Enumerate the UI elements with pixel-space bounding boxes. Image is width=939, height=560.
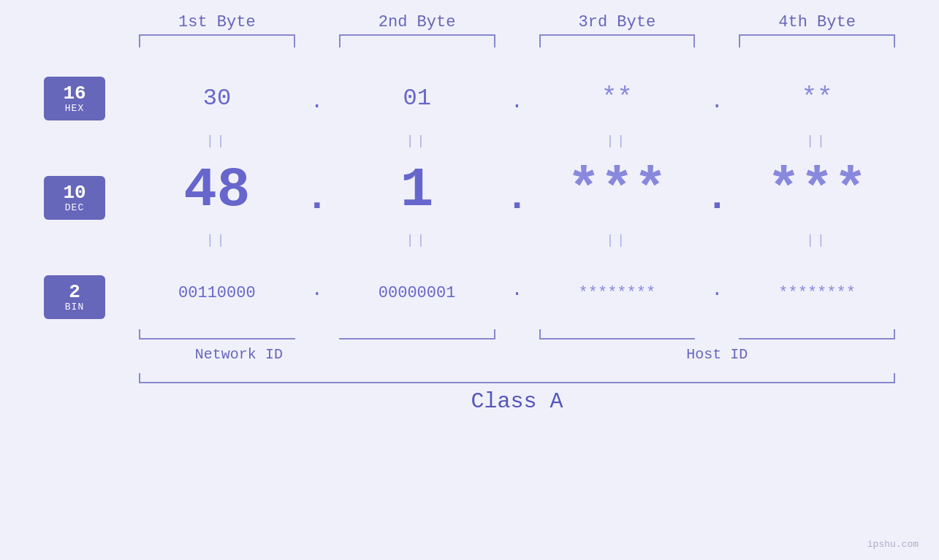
equals-row-1: || || || || (139, 128, 895, 154)
byte1-header: 1st Byte (139, 13, 295, 31)
content-area: 16 HEX 10 DEC 2 BIN (44, 55, 895, 370)
host-bracket-right (739, 329, 895, 340)
byte2-header: 2nd Byte (339, 13, 495, 31)
network-bracket-right (339, 329, 495, 340)
dec-b1: 48 (139, 156, 295, 226)
bracket-byte3 (539, 34, 696, 47)
equals-row-2: || || || || (139, 227, 895, 253)
bin-badge-label: BIN (65, 302, 84, 312)
hex-row: 30 . 01 . ** . ** (139, 55, 895, 128)
dec-b2: 1 (339, 156, 495, 226)
byte-headers-row: 1st Byte 2nd Byte 3rd Byte 4th Byte (44, 13, 895, 31)
top-bracket-row (44, 34, 895, 47)
hex-dot2: . (495, 70, 539, 113)
bracket-byte2 (339, 34, 495, 47)
data-grid-wrapper: 30 . 01 . ** . ** || || || || 48 (139, 55, 895, 370)
hex-b3: ** (539, 63, 696, 120)
eq2-b2: || (339, 233, 495, 248)
byte4-header: 4th Byte (739, 13, 895, 31)
dec-b3: *** (539, 156, 696, 226)
eq1-b2: || (339, 134, 495, 148)
eq2-b3: || (539, 233, 696, 248)
dec-b4: *** (739, 156, 895, 226)
bin-b3: ******** (539, 264, 696, 317)
badge-column: 16 HEX 10 DEC 2 BIN (44, 55, 139, 370)
network-bracket-left (139, 329, 295, 340)
dec-badge-num: 10 (63, 183, 85, 202)
bottom-bracket-row (139, 329, 895, 341)
host-id-label: Host ID (539, 346, 896, 363)
full-bracket (139, 373, 895, 383)
host-bracket-left (539, 329, 696, 340)
bracket-byte1 (139, 34, 295, 47)
dec-row: 48 . 1 . *** . *** (139, 154, 895, 227)
dec-dot1: . (295, 177, 339, 220)
bin-dot2: . (495, 279, 539, 301)
bin-b2: 00000001 (339, 264, 495, 317)
hex-b4: ** (739, 63, 895, 120)
id-labels-row: Network ID Host ID (139, 344, 895, 370)
bin-dot3: . (695, 279, 739, 301)
host-dot-spacer (695, 329, 739, 340)
net-dot-spacer (295, 329, 339, 340)
eq2-b1: || (139, 233, 295, 248)
bracket-byte4 (739, 34, 895, 47)
eq1-b3: || (539, 134, 696, 148)
full-bracket-container (44, 373, 895, 383)
hex-dot1: . (295, 70, 339, 113)
hex-badge-label: HEX (65, 103, 84, 114)
byte3-header: 3rd Byte (539, 13, 696, 31)
mid-spacer (495, 329, 539, 340)
hex-dot3: . (695, 70, 739, 113)
bin-b1: 00110000 (139, 264, 295, 317)
dec-badge: 10 DEC (44, 176, 105, 220)
bin-badge-num: 2 (69, 283, 80, 302)
eq1-b1: || (139, 134, 295, 148)
bin-b4: ******** (739, 264, 895, 317)
bin-dot1: . (295, 279, 339, 301)
eq2-b4: || (739, 233, 895, 248)
dec-badge-label: DEC (65, 202, 84, 213)
class-label: Class A (139, 389, 895, 414)
eq1-b4: || (739, 134, 895, 148)
main-container: 1st Byte 2nd Byte 3rd Byte 4th Byte 16 H… (0, 0, 939, 560)
bin-badge: 2 BIN (44, 275, 105, 319)
hex-badge-num: 16 (63, 84, 85, 103)
dec-dot2: . (495, 177, 539, 220)
hex-badge: 16 HEX (44, 77, 105, 120)
watermark: ipshu.com (867, 539, 919, 550)
network-id-label: Network ID (139, 346, 339, 363)
hex-b1: 30 (139, 64, 295, 119)
hex-b2: 01 (339, 64, 495, 119)
class-label-container: Class A (44, 389, 895, 414)
bin-row: 00110000 . 00000001 . ******** . *******… (139, 253, 895, 326)
dec-dot3: . (695, 177, 739, 220)
